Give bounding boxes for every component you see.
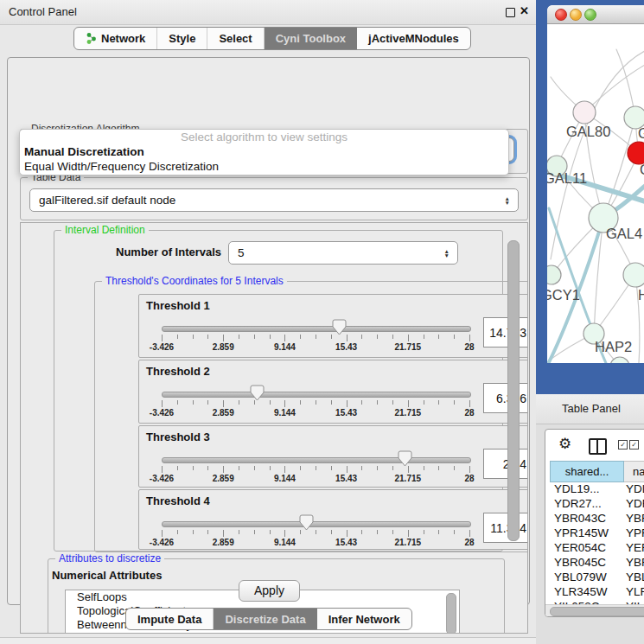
network-node[interactable] <box>623 263 644 287</box>
network-window: GAL80GACGAL11GAL4GCY1HHAP2 <box>547 5 644 363</box>
threshold-slider-track[interactable] <box>162 521 471 527</box>
threshold-slider-track[interactable] <box>162 457 471 463</box>
slider-tick <box>193 466 194 470</box>
cell-name: YBL0 <box>620 571 644 585</box>
gear-icon[interactable]: ⚙ <box>558 435 571 453</box>
zoom-traffic-light[interactable] <box>584 9 596 21</box>
split-panel-icon[interactable] <box>589 438 607 455</box>
network-node[interactable] <box>610 357 629 363</box>
table-row[interactable]: YPR145WYPR1 <box>545 526 644 541</box>
slider-tick <box>270 466 271 470</box>
column-header-name[interactable]: na <box>624 461 644 482</box>
slider-tick <box>331 400 332 405</box>
slider-tick-label: 15.43 <box>321 474 373 483</box>
dropdown-option-manual-discretization[interactable]: Manual Discretization <box>20 144 508 159</box>
tab-cyni-toolbox[interactable]: Cyni Toolbox <box>265 28 357 49</box>
apply-button[interactable]: Apply <box>239 580 300 602</box>
threshold-value-field[interactable]: 6.316 <box>483 383 528 413</box>
threshold-slider-thumb[interactable] <box>398 450 412 467</box>
slider-tick <box>469 335 470 341</box>
slider-tick-label: 2.859 <box>197 408 249 418</box>
threshold-value-field[interactable]: 21.4 <box>483 449 528 479</box>
table-row[interactable]: YLR345WYLR3 <box>545 585 644 600</box>
slider-tick <box>207 466 208 470</box>
top-tab-bar: NetworkStyleSelectCyni ToolboxjActiveMNo… <box>73 27 471 50</box>
tab-impute-data[interactable]: Impute Data <box>126 609 214 629</box>
slider-tick <box>223 466 224 473</box>
threshold-3-panel: Threshold 3-3.4262.8599.14415.4321.71528… <box>138 425 528 488</box>
tab-label: Style <box>169 32 195 45</box>
threshold-slider-track[interactable] <box>162 392 471 398</box>
tab-discretize-data[interactable]: Discretize Data <box>214 609 316 629</box>
slider-tick <box>316 335 316 339</box>
slider-tick-label: -3.426 <box>136 538 188 547</box>
float-icon[interactable] <box>506 8 515 17</box>
slider-tick-label: 15.43 <box>321 538 373 547</box>
slider-tick <box>392 400 393 405</box>
list-scrollbar-thumb[interactable] <box>446 593 456 634</box>
slider-tick <box>270 335 271 339</box>
network-node[interactable] <box>573 101 596 124</box>
slider-tick <box>361 530 362 534</box>
slider-tick <box>270 400 271 405</box>
table-row[interactable]: YDL19...YDL1 <box>545 482 644 497</box>
slider-tick <box>162 335 163 341</box>
network-canvas[interactable]: GAL80GACGAL11GAL4GCY1HHAP2 <box>547 23 644 363</box>
slider-tick <box>377 530 378 534</box>
tab-infer-network[interactable]: Infer Network <box>317 609 411 629</box>
group-title-attributes: Attributes to discretize <box>55 552 164 564</box>
slider-tick <box>223 335 224 341</box>
panel-scrollbar-thumb[interactable] <box>507 240 520 541</box>
threshold-slider-thumb[interactable] <box>332 319 347 335</box>
slider-tick <box>300 335 301 339</box>
number-of-intervals-combobox[interactable]: 5 ▲▼ <box>228 241 458 265</box>
control-panel-titlebar: Control Panel ✕ <box>0 0 536 25</box>
threshold-slider-track[interactable] <box>162 326 471 332</box>
table-row[interactable]: YBR043CYBR0 <box>545 512 644 526</box>
table-row[interactable]: YBL079WYBL0 <box>545 571 644 585</box>
slider-tick <box>438 400 439 405</box>
tab-style[interactable]: Style <box>157 28 207 49</box>
slider-tick <box>454 530 455 534</box>
slider-tick <box>177 400 178 405</box>
tab-label: Select <box>219 32 252 45</box>
threshold-value-field[interactable]: 14.713 <box>483 317 528 348</box>
window-bottom-strip <box>0 637 536 644</box>
cell-name: YDL1 <box>620 482 644 497</box>
network-node-label: HAP2 <box>595 339 632 354</box>
slider-tick <box>239 400 239 405</box>
threshold-2-panel: Threshold 2-3.4262.8599.14415.4321.71528… <box>138 360 528 424</box>
slider-tick-label: 9.144 <box>258 538 310 547</box>
horizontal-scrollbar[interactable] <box>545 604 644 616</box>
column-header-shared-name[interactable]: shared... <box>550 461 624 482</box>
threshold-coordinates-group: Threshold's Coordinates for 5 Intervals … <box>94 281 528 552</box>
threshold-slider-thumb[interactable] <box>250 385 265 401</box>
table-row[interactable]: YBR045CYBR0 <box>545 556 644 571</box>
slider-tick <box>408 335 409 341</box>
slider-tick <box>239 530 239 534</box>
slider-tick <box>347 530 348 537</box>
network-node-label: C <box>640 162 644 177</box>
tab-jactivemnodules[interactable]: jActiveMNodules <box>357 28 470 49</box>
network-node[interactable] <box>547 265 561 284</box>
select-columns-icon[interactable]: ✓ <box>629 440 639 450</box>
tab-network[interactable]: Network <box>74 28 157 49</box>
dropdown-option-equal-width-frequency-discretization[interactable]: Equal Width/Frequency Discretization <box>20 159 508 174</box>
select-columns-icon[interactable]: ✓ <box>618 440 628 450</box>
table-data-combobox[interactable]: galFiltered.sif default node ▲▼ <box>29 188 519 212</box>
horizontal-scrollbar-thumb[interactable] <box>550 607 644 616</box>
slider-tick <box>347 400 348 407</box>
slider-tick <box>223 530 224 537</box>
cell-shared-name: YDR27... <box>545 497 620 512</box>
cell-shared-name: YBR043C <box>545 512 620 526</box>
network-node-label: GCY1 <box>547 287 580 303</box>
slider-tick <box>469 466 470 473</box>
tab-select[interactable]: Select <box>207 28 264 49</box>
minimize-traffic-light[interactable] <box>570 9 582 21</box>
close-icon[interactable]: ✕ <box>520 4 529 17</box>
close-traffic-light[interactable] <box>555 9 567 21</box>
table-row[interactable]: YDR27...YDR2 <box>545 497 644 512</box>
threshold-value-field[interactable]: 11.344 <box>483 513 528 543</box>
threshold-slider-thumb[interactable] <box>299 514 314 531</box>
table-row[interactable]: YER054CYER0 <box>545 541 644 556</box>
